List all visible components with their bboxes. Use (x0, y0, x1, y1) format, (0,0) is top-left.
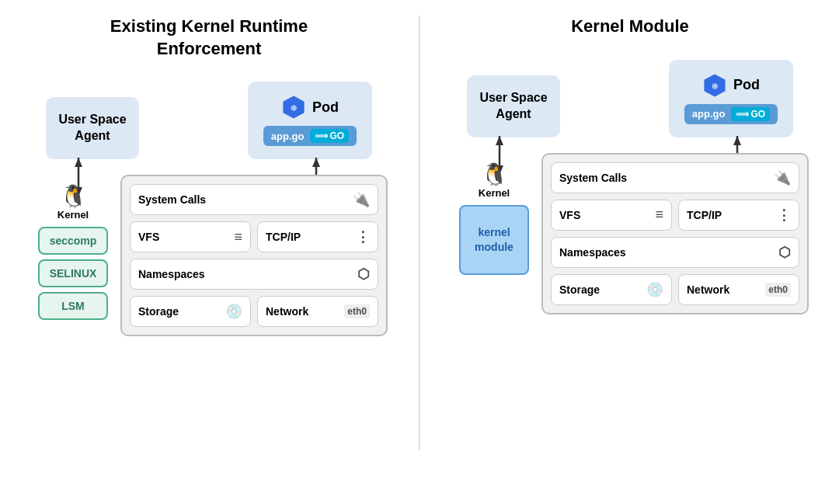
svg-marker-14 (733, 136, 741, 145)
left-vfs: VFS ≡ (130, 221, 251, 252)
left-title: Existing Kernel Runtime Enforcement (110, 16, 308, 60)
right-storage-label: Storage (559, 283, 600, 296)
left-storage-label: Storage (138, 305, 179, 318)
left-selinux: SELINUX (38, 259, 108, 287)
right-network-label: Network (687, 283, 729, 296)
right-title: Kernel Module (571, 16, 689, 38)
diagrams-container: Existing Kernel Runtime Enforcement User… (23, 16, 816, 450)
right-kernel-main: 🐧 Kernel kernel module System Calls 🔌 (451, 153, 809, 315)
right-tcpip: TCP/IP ⋮ (678, 200, 799, 231)
vertical-divider (419, 16, 420, 450)
left-appgo-text: app.go (271, 130, 305, 142)
left-network-icon: eth0 (344, 304, 370, 318)
right-agent-label: User Space Agent (479, 90, 548, 123)
left-diagram: Existing Kernel Runtime Enforcement User… (30, 16, 388, 336)
left-pod-header: ⎈ Pod (281, 95, 339, 120)
left-title-line2: Enforcement (157, 39, 261, 58)
left-namespaces-icon: ⬡ (357, 266, 370, 283)
left-storage: Storage 💿 (130, 296, 251, 327)
right-left-col: 🐧 Kernel kernel module (451, 153, 537, 275)
right-pod-header: ⎈ Pod (702, 73, 760, 98)
right-diagram: Kernel Module User Space Agent ⎈ Pod (451, 16, 809, 315)
left-vfs-label: VFS (138, 231, 159, 243)
right-agent-box: User Space Agent (467, 75, 560, 137)
left-k8s-icon: ⎈ (281, 95, 306, 120)
left-tcpip-icon: ⋮ (356, 228, 370, 245)
left-storage-icon: 💿 (225, 303, 242, 320)
left-pod-label: Pod (312, 99, 339, 116)
left-lsm: LSM (38, 292, 108, 320)
svg-marker-3 (75, 158, 82, 167)
right-penguin: 🐧 (481, 164, 508, 186)
left-left-col: 🐧 Kernel seccomp SELINUX LSM (30, 175, 116, 320)
right-kernel-module-label: kernel module (465, 225, 523, 253)
right-kernel-module: kernel module (459, 205, 529, 275)
right-network-icon: eth0 (765, 283, 791, 297)
left-namespaces-label: Namespaces (138, 268, 205, 280)
left-pod-box: ⎈ Pod app.go ⟹ GO (248, 82, 372, 159)
left-penguin: 🐧 (60, 186, 87, 207)
left-go-badge: ⟹ GO (310, 129, 349, 143)
right-go-label: GO (750, 109, 765, 120)
left-kernel-area: 🐧 Kernel (57, 175, 89, 221)
left-kernel-label: Kernel (57, 209, 89, 221)
right-tcpip-icon: ⋮ (777, 207, 791, 224)
right-namespaces: Namespaces ⬡ (551, 237, 799, 268)
right-namespaces-label: Namespaces (559, 246, 626, 259)
left-go-label: GO (329, 130, 344, 141)
left-enforce-boxes: seccomp SELINUX LSM (38, 227, 108, 320)
left-agent-label: User Space Agent (58, 112, 127, 144)
left-title-line1: Existing Kernel Runtime (110, 16, 308, 36)
left-vfs-icon: ≡ (234, 229, 242, 245)
right-vfs-label: VFS (559, 209, 580, 221)
right-namespaces-icon: ⬡ (778, 244, 791, 261)
left-main-grid: System Calls 🔌 VFS ≡ TCP/IP ⋮ (120, 175, 388, 336)
left-tcpip-label: TCP/IP (266, 231, 301, 243)
right-title-line1: Kernel Module (571, 16, 689, 36)
right-pod-box: ⎈ Pod app.go ⟹ GO (669, 60, 793, 137)
right-kernel-area: 🐧 Kernel (479, 153, 510, 199)
right-main-grid: System Calls 🔌 VFS ≡ TCP/IP ⋮ (541, 153, 809, 315)
left-seccomp: seccomp (38, 227, 108, 255)
right-storage-icon: 💿 (646, 281, 663, 298)
right-syscalls: System Calls 🔌 (551, 162, 799, 193)
left-kernel-main: 🐧 Kernel seccomp SELINUX LSM System Call… (30, 175, 388, 336)
right-appgo-box: app.go ⟹ GO (684, 104, 778, 124)
right-appgo-text: app.go (692, 108, 726, 120)
right-go-badge: ⟹ GO (731, 107, 770, 121)
left-agent-box: User Space Agent (46, 97, 139, 159)
svg-marker-6 (312, 158, 320, 167)
left-network: Network eth0 (257, 296, 378, 327)
svg-text:⎈: ⎈ (291, 101, 298, 113)
right-vfs: VFS ≡ (551, 200, 672, 231)
left-syscalls: System Calls 🔌 (130, 184, 378, 215)
right-vfs-icon: ≡ (655, 207, 663, 223)
svg-text:⎈: ⎈ (712, 78, 719, 91)
left-syscalls-label: System Calls (138, 193, 206, 206)
right-kernel-label: Kernel (479, 187, 510, 199)
right-syscalls-icon: 🔌 (774, 169, 791, 186)
right-syscalls-label: System Calls (559, 172, 627, 184)
left-network-label: Network (266, 305, 308, 318)
right-network: Network eth0 (678, 274, 799, 305)
left-tcpip: TCP/IP ⋮ (257, 221, 378, 252)
left-namespaces: Namespaces ⬡ (130, 259, 378, 290)
left-syscalls-icon: 🔌 (353, 191, 370, 208)
right-pod-label: Pod (733, 77, 760, 93)
right-storage: Storage 💿 (551, 274, 672, 305)
svg-marker-11 (496, 136, 503, 145)
right-k8s-icon: ⎈ (702, 73, 727, 98)
left-appgo-box: app.go ⟹ GO (263, 126, 357, 146)
right-tcpip-label: TCP/IP (687, 209, 722, 221)
